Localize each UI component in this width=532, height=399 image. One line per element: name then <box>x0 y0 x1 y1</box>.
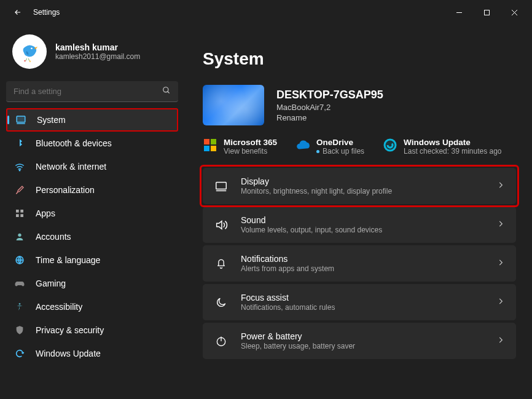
nav-label: Windows Update <box>36 349 101 358</box>
nav-system[interactable]: System <box>6 108 178 132</box>
settings-list: Display Monitors, brightness, night ligh… <box>203 168 516 359</box>
person-icon <box>14 231 26 243</box>
nav-label: Network & internet <box>36 162 106 172</box>
nav-label: Accessibility <box>36 302 82 312</box>
nav-bluetooth[interactable]: Bluetooth & devices <box>6 132 178 155</box>
setting-title: Sound <box>241 215 496 225</box>
svg-rect-1 <box>485 10 490 15</box>
svg-rect-23 <box>211 146 216 151</box>
chevron-right-icon <box>496 181 505 192</box>
main-content: System DESKTOP-7GSAP95 MacBookAir7,2 Ren… <box>184 25 532 399</box>
power-icon <box>214 335 229 347</box>
accessibility-icon <box>14 301 26 313</box>
setting-focus[interactable]: Focus assist Notifications, automatic ru… <box>203 284 516 320</box>
nav-accessibility[interactable]: Accessibility <box>6 295 178 318</box>
nav-label: Gaming <box>36 279 66 288</box>
setting-sub: Monitors, brightness, night light, displ… <box>241 187 496 196</box>
nav-update[interactable]: Windows Update <box>6 342 178 365</box>
chevron-right-icon <box>496 219 505 231</box>
nav-label: Bluetooth & devices <box>36 138 112 148</box>
display-icon <box>214 180 229 193</box>
nav-gaming[interactable]: Gaming <box>6 272 178 295</box>
sidebar: kamlesh kumar kamlesh2011@gmail.com Syst… <box>0 25 184 399</box>
chevron-right-icon <box>496 297 505 308</box>
svg-rect-10 <box>17 116 25 122</box>
service-title: OneDrive <box>316 138 364 147</box>
user-email: kamlesh2011@gmail.com <box>55 52 140 61</box>
service-title: Windows Update <box>404 138 501 147</box>
page-title: System <box>203 49 516 69</box>
close-button[interactable] <box>501 3 528 22</box>
windows-update-icon <box>383 138 397 152</box>
user-name: kamlesh kumar <box>55 42 140 52</box>
nav-network[interactable]: Network & internet <box>6 155 178 178</box>
search-icon <box>162 86 171 97</box>
nav-label: Accounts <box>36 232 71 242</box>
gaming-icon <box>14 277 26 290</box>
setting-title: Display <box>241 176 496 186</box>
svg-point-24 <box>385 140 396 151</box>
svg-point-6 <box>24 60 26 62</box>
svg-rect-21 <box>211 139 216 144</box>
globe-icon <box>14 254 26 266</box>
m365-icon <box>203 138 217 152</box>
apps-icon <box>14 207 26 219</box>
nav-label: Time & language <box>36 255 100 265</box>
nav-label: Apps <box>36 208 55 218</box>
setting-title: Focus assist <box>241 293 496 302</box>
setting-sub: Sleep, battery usage, battery saver <box>241 342 496 350</box>
shield-icon <box>14 324 26 336</box>
moon-icon <box>214 296 229 309</box>
svg-point-19 <box>19 303 21 305</box>
device-model: MacBookAir7,2 <box>276 103 383 112</box>
wifi-icon <box>14 160 26 173</box>
nav-apps[interactable]: Apps <box>6 202 178 225</box>
nav-label: Privacy & security <box>36 325 104 335</box>
nav: System Bluetooth & devices Network & int… <box>6 108 184 365</box>
titlebar: Settings <box>0 0 532 25</box>
service-sub: Back up files <box>316 147 364 156</box>
setting-sound[interactable]: Sound Volume levels, output, input, soun… <box>203 207 516 243</box>
onedrive-icon <box>295 138 310 152</box>
setting-sub: Volume levels, output, input, sound devi… <box>241 226 496 234</box>
setting-display[interactable]: Display Monitors, brightness, night ligh… <box>203 168 516 204</box>
setting-sub: Notifications, automatic rules <box>241 303 496 312</box>
brush-icon <box>14 184 26 196</box>
setting-power[interactable]: Power & battery Sleep, battery usage, ba… <box>203 323 516 359</box>
nav-personalization[interactable]: Personalization <box>6 178 178 202</box>
avatar <box>12 34 47 69</box>
nav-time[interactable]: Time & language <box>6 248 178 272</box>
rename-link[interactable]: Rename <box>276 113 383 122</box>
user-profile[interactable]: kamlesh kumar kamlesh2011@gmail.com <box>6 31 184 77</box>
service-update[interactable]: Windows Update Last checked: 39 minutes … <box>383 138 501 156</box>
nav-label: System <box>37 115 66 125</box>
search-box[interactable] <box>6 81 178 102</box>
nav-accounts[interactable]: Accounts <box>6 225 178 248</box>
minimize-button[interactable] <box>445 3 473 22</box>
search-input[interactable] <box>14 87 162 96</box>
chevron-right-icon <box>496 258 505 269</box>
chevron-right-icon <box>496 336 505 347</box>
system-icon <box>15 114 27 126</box>
services-row: Microsoft 365 View benefits OneDrive Bac… <box>203 138 516 156</box>
back-button[interactable] <box>9 3 27 22</box>
svg-point-8 <box>163 87 168 92</box>
service-m365[interactable]: Microsoft 365 View benefits <box>203 138 277 156</box>
service-sub: Last checked: 39 minutes ago <box>404 147 501 156</box>
svg-rect-13 <box>16 210 19 213</box>
maximize-button[interactable] <box>473 3 501 22</box>
device-section: DESKTOP-7GSAP95 MacBookAir7,2 Rename <box>203 85 516 125</box>
svg-point-12 <box>19 170 20 171</box>
svg-point-7 <box>29 61 31 63</box>
bluetooth-icon <box>14 137 26 149</box>
device-wallpaper <box>203 85 264 125</box>
service-onedrive[interactable]: OneDrive Back up files <box>295 138 364 156</box>
sound-icon <box>214 218 229 232</box>
bell-icon <box>214 258 229 270</box>
svg-line-9 <box>168 91 170 93</box>
setting-sub: Alerts from apps and system <box>241 264 496 273</box>
svg-rect-22 <box>204 146 209 151</box>
device-name: DESKTOP-7GSAP95 <box>276 89 383 101</box>
setting-notifications[interactable]: Notifications Alerts from apps and syste… <box>203 245 516 282</box>
nav-privacy[interactable]: Privacy & security <box>6 318 178 342</box>
